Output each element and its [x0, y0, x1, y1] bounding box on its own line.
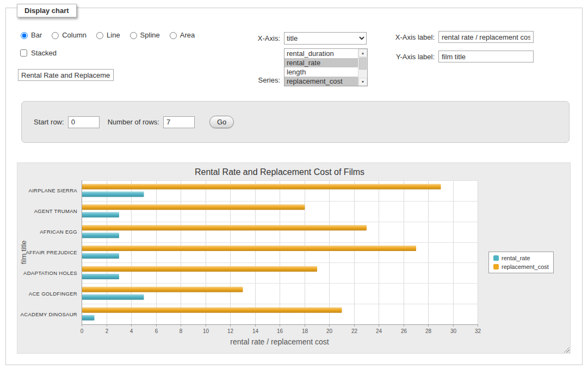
svg-text:2: 2	[106, 328, 109, 334]
svg-text:26: 26	[401, 328, 407, 334]
legend-item-replacement_cost[interactable]: replacement_cost	[493, 264, 549, 270]
chart-type-option-line[interactable]: Line	[94, 30, 120, 39]
legend-swatch-icon	[493, 255, 499, 261]
x-axis-label-row: X-Axis label:	[387, 31, 534, 43]
chart-type-label: Line	[107, 31, 120, 39]
stacked-label: Stacked	[31, 49, 57, 57]
go-button[interactable]: Go	[209, 116, 234, 128]
series-options: rental_durationrental_ratelengthreplacem…	[284, 49, 358, 86]
x-axis-select-label: X-Axis:	[245, 34, 280, 42]
chart-type-label: Area	[180, 31, 195, 39]
chart-type-radio-column[interactable]	[52, 32, 59, 39]
svg-text:6: 6	[155, 328, 158, 334]
series-option-length[interactable]: length	[284, 67, 358, 77]
series-row: Series: rental_durationrental_ratelength…	[245, 48, 368, 86]
series-option-replacement_cost[interactable]: replacement_cost	[284, 77, 358, 86]
x-axis-select[interactable]: title	[284, 32, 367, 45]
legend-swatch-icon	[493, 264, 499, 269]
svg-text:12: 12	[227, 328, 234, 334]
svg-text:10: 10	[203, 328, 209, 334]
chart-type-radio-spline[interactable]	[130, 32, 137, 39]
start-row-label: Start row:	[34, 118, 64, 126]
svg-text:film title: film title	[20, 240, 28, 264]
chart-type-radio-bar[interactable]	[21, 32, 28, 39]
x-axis-label-input[interactable]	[438, 31, 534, 43]
svg-text:Rental Rate and Replacement Co: Rental Rate and Replacement Cost of Film…	[195, 167, 364, 177]
chart-legend: rental_ratereplacement_cost	[488, 252, 554, 273]
svg-text:18: 18	[302, 328, 308, 334]
chart-svg: AIRPLANE SIERRAAGENT TRUMANAFRICAN EGGAF…	[17, 163, 570, 353]
svg-text:28: 28	[425, 328, 432, 334]
svg-text:30: 30	[450, 328, 457, 334]
svg-text:16: 16	[277, 328, 283, 334]
series-label: Series:	[245, 76, 280, 84]
scroll-up-icon[interactable]: ▲	[358, 49, 367, 57]
series-scrollbar[interactable]: ▲ ▼	[358, 49, 367, 86]
x-axis-label-label: X-Axis label:	[387, 33, 435, 41]
chart-type-option-bar[interactable]: Bar	[18, 30, 42, 39]
chart-title-input[interactable]	[18, 69, 114, 81]
svg-text:14: 14	[252, 328, 259, 334]
display-chart-panel: Display chart BarColumnLineSplineArea St…	[5, 8, 583, 365]
x-axis-row: X-Axis: title	[245, 32, 367, 45]
svg-text:20: 20	[326, 328, 333, 334]
chart-type-label: Spline	[140, 31, 160, 39]
legend-item-rental_rate[interactable]: rental_rate	[493, 255, 549, 261]
svg-text:ACE GOLDFINGER: ACE GOLDFINGER	[29, 291, 77, 297]
series-option-rental_rate[interactable]: rental_rate	[284, 58, 358, 67]
chart-type-radio-line[interactable]	[96, 32, 103, 39]
svg-text:ADAPTATION HOLES: ADAPTATION HOLES	[23, 270, 77, 276]
svg-text:0: 0	[81, 328, 84, 334]
scroll-down-icon[interactable]: ▼	[358, 78, 367, 86]
y-axis-label-input[interactable]	[438, 51, 534, 62]
y-axis-label-label: Y-Axis label:	[387, 53, 435, 61]
svg-text:8: 8	[180, 328, 183, 334]
stacked-checkbox[interactable]	[20, 49, 27, 57]
stacked-option[interactable]: Stacked	[18, 48, 57, 58]
svg-text:AFRICAN EGG: AFRICAN EGG	[40, 229, 77, 235]
chart-type-group: BarColumnLineSplineArea	[18, 30, 195, 39]
svg-text:24: 24	[376, 328, 382, 334]
svg-text:rental rate / replacement cost: rental rate / replacement cost	[230, 337, 329, 346]
series-option-rental_duration[interactable]: rental_duration	[284, 49, 358, 58]
svg-text:4: 4	[130, 328, 133, 334]
svg-text:32: 32	[475, 328, 481, 334]
chart-container: AIRPLANE SIERRAAGENT TRUMANAFRICAN EGGAF…	[17, 162, 571, 354]
num-rows-input[interactable]	[163, 116, 195, 128]
svg-text:ACADEMY DINOSAUR: ACADEMY DINOSAUR	[21, 311, 77, 317]
scrollbar-track[interactable]	[358, 57, 367, 78]
svg-text:AGENT TRUMAN: AGENT TRUMAN	[34, 208, 77, 214]
panel-title: Display chart	[17, 4, 77, 17]
chart-type-radio-area[interactable]	[170, 32, 177, 39]
y-axis-label-row: Y-Axis label:	[387, 51, 534, 62]
chart-type-label: Bar	[31, 31, 42, 39]
chart-type-option-area[interactable]: Area	[167, 30, 195, 39]
chart-type-label: Column	[62, 31, 86, 39]
chart-type-option-spline[interactable]: Spline	[127, 30, 160, 39]
series-listbox[interactable]: rental_durationrental_ratelengthreplacem…	[284, 48, 368, 86]
scrollbar-thumb[interactable]	[359, 58, 367, 70]
svg-text:AFFAIR PREJUDICE: AFFAIR PREJUDICE	[26, 249, 77, 255]
legend-label: rental_rate	[502, 255, 530, 261]
chart-type-option-column[interactable]: Column	[49, 30, 86, 39]
num-rows-label: Number of rows:	[108, 118, 159, 126]
start-row-input[interactable]	[68, 116, 100, 128]
row-range-panel: Start row: Number of rows: Go	[21, 101, 570, 143]
svg-text:22: 22	[351, 328, 358, 334]
legend-label: replacement_cost	[502, 264, 549, 270]
svg-text:AIRPLANE SIERRA: AIRPLANE SIERRA	[29, 187, 78, 193]
